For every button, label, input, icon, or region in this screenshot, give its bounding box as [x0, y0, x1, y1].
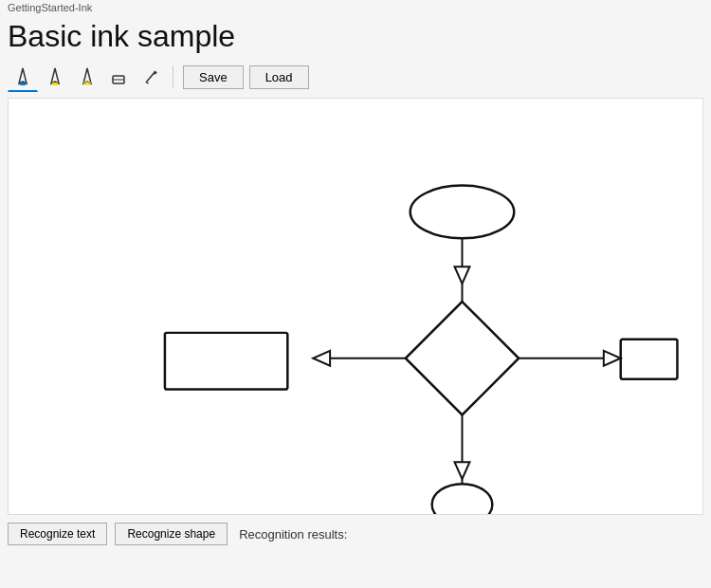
recognize-shape-button[interactable]: Recognize shape [115, 523, 228, 545]
svg-marker-4 [83, 68, 91, 83]
pencil-tool[interactable] [137, 62, 167, 92]
svg-line-8 [146, 71, 155, 83]
svg-marker-13 [455, 266, 470, 284]
recognize-shape-label: Recognize shape [127, 527, 215, 541]
svg-point-24 [432, 484, 493, 514]
load-button[interactable]: Load [249, 65, 309, 89]
page-title-text: Basic ink sample [8, 19, 235, 53]
app-title: GettingStarted-Ink [8, 2, 92, 13]
svg-line-10 [146, 83, 149, 83]
pen-tool-2[interactable] [40, 62, 70, 92]
svg-marker-23 [455, 462, 470, 479]
svg-marker-20 [313, 351, 330, 366]
svg-rect-3 [52, 83, 58, 85]
svg-point-11 [410, 186, 515, 239]
toolbar-divider [173, 65, 173, 88]
svg-marker-0 [19, 68, 27, 83]
page-title: Basic ink sample [0, 15, 711, 60]
svg-rect-18 [621, 340, 678, 379]
toolbar: Save Load [0, 60, 711, 98]
save-label: Save [199, 70, 228, 84]
save-button[interactable]: Save [183, 65, 244, 89]
svg-rect-5 [83, 82, 91, 85]
svg-marker-2 [51, 68, 59, 83]
highlighter-tool[interactable] [72, 62, 102, 92]
recognize-text-label: Recognize text [20, 527, 95, 541]
ink-canvas[interactable] [8, 98, 703, 515]
svg-marker-17 [604, 351, 621, 366]
bottom-bar: Recognize text Recognize shape Recogniti… [0, 515, 711, 553]
pen-tool-1[interactable] [8, 62, 38, 92]
load-label: Load [265, 70, 293, 84]
title-bar: GettingStarted-Ink [0, 0, 711, 15]
svg-marker-14 [406, 302, 519, 414]
recognition-results-label: Recognition results: [239, 527, 347, 542]
svg-rect-1 [20, 83, 26, 85]
svg-rect-21 [165, 333, 287, 390]
recognize-text-button[interactable]: Recognize text [8, 523, 107, 545]
eraser-tool[interactable] [104, 62, 135, 92]
